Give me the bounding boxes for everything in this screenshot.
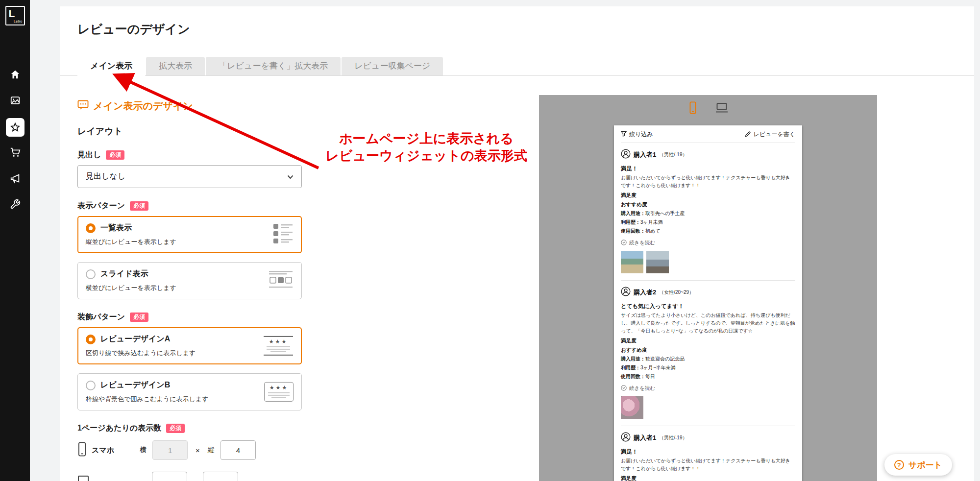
sidebar: L Letro (0, 0, 30, 481)
funnel-icon (621, 131, 627, 138)
read-more-link[interactable]: 続きを読む (621, 240, 795, 246)
attr-line: 購入用途：取引先への手土産 (621, 210, 795, 217)
review-ratings: 満足度おすすめ度 (621, 475, 795, 481)
main-panel: レビューのデザイン メイン表示 拡大表示 「レビューを書く」拡大表示 レビュー収… (60, 6, 974, 481)
sidebar-item-tools[interactable] (0, 192, 30, 218)
review-item: 購入者1 （男性/-19） 満足！ お届けいただいてからずっと使い続けてます！テ… (621, 143, 795, 281)
tab-write-review-enlarged[interactable]: 「レビューを書く」拡大表示 (206, 57, 341, 75)
design-a-icon: ★★★ (264, 336, 293, 356)
desktop-toggle-icon[interactable] (715, 102, 728, 113)
sp-v-label: 縦 (208, 446, 215, 455)
sidebar-item-media[interactable] (0, 88, 30, 114)
review-body: サイズは思ってたより小さいけど、このお値段であれば、持ち運びも便利だし、購入して… (621, 312, 795, 335)
pencil-icon (745, 131, 751, 139)
option-review-design-b[interactable]: レビューデザインB 枠線や背景色で囲みこむように表示します ★★★ (77, 373, 302, 410)
sidebar-nav (0, 62, 30, 218)
filter-button[interactable]: 絞り込み (621, 130, 653, 139)
widget-toolbar: 絞り込み レビューを書く (621, 125, 795, 143)
pc-count-row (77, 472, 303, 481)
tab-main-display[interactable]: メイン表示 (77, 57, 145, 76)
per-page-label: 1ページあたりの表示数 必須 (77, 423, 303, 433)
device-toggle (539, 101, 877, 114)
option-description: 区切り線で挟み込むように表示します (86, 349, 294, 358)
chevron-circle-icon (621, 240, 627, 246)
filter-label: 絞り込み (629, 130, 653, 139)
review-photos (621, 396, 795, 419)
question-circle-icon: ? (894, 460, 904, 470)
star-icon (6, 118, 24, 137)
chevron-circle-icon (621, 385, 627, 392)
wrench-icon (10, 199, 21, 212)
smartphone-toggle-icon[interactable] (688, 101, 698, 114)
heading-select-value: 見出しなし (86, 171, 125, 182)
support-button[interactable]: ? サポート (884, 454, 952, 476)
required-badge: 必須 (166, 424, 185, 433)
option-title: 一覧表示 (100, 223, 132, 233)
avatar-icon (621, 149, 631, 161)
review-title: 満足！ (621, 448, 795, 456)
pc-horizontal-input[interactable] (152, 472, 187, 481)
rating-label: 満足度 (621, 192, 795, 199)
heading-select[interactable]: 見出しなし (77, 165, 302, 188)
sidebar-item-campaign[interactable] (0, 166, 30, 192)
letro-logo[interactable]: L Letro (5, 6, 25, 25)
section-title: メイン表示のデザイン (93, 99, 193, 113)
tab-review-collection-page[interactable]: レビュー収集ページ (342, 57, 443, 75)
reviewer-name: 購入者2 (634, 288, 656, 297)
rating-label: おすすめ度 (621, 347, 795, 354)
sp-vertical-input[interactable] (220, 440, 256, 460)
option-description: 縦並びにレビューを表示します (86, 238, 294, 246)
smartphone-icon (77, 442, 87, 458)
times-symbol: × (196, 446, 200, 455)
sp-horizontal-input[interactable] (152, 440, 188, 460)
sidebar-item-cart[interactable] (0, 140, 30, 166)
review-photos (621, 251, 795, 273)
list-layout-icon (268, 223, 293, 246)
section-heading: メイン表示のデザイン (77, 99, 303, 113)
sidebar-item-reviews[interactable] (0, 114, 30, 140)
write-review-label: レビューを書く (754, 130, 795, 139)
reviewer-meta: （女性/20~29） (659, 289, 694, 296)
layout-heading: レイアウト (77, 125, 303, 137)
screen: L Letro (0, 0, 980, 481)
review-list: 購入者1 （男性/-19） 満足！ お届けいただいてからずっと使い続けてます！テ… (621, 143, 795, 481)
option-title: スライド表示 (100, 269, 148, 279)
avatar-icon (621, 287, 631, 298)
sidebar-item-home[interactable] (0, 62, 30, 88)
required-badge: 必須 (130, 201, 148, 211)
sp-device-label: スマホ (92, 446, 114, 455)
rating-label: 満足度 (621, 475, 795, 481)
review-item: 購入者2 （女性/20~29） とても気に入ってます！ サイズは思ってたより小さ… (621, 281, 795, 426)
attr-line: 利用歴：3ヶ月~半年未満 (621, 364, 795, 371)
radio-selected-icon (86, 335, 96, 344)
required-badge: 必須 (130, 313, 148, 322)
option-review-design-a[interactable]: レビューデザインA 区切り線で挟み込むように表示します ★★★ (77, 327, 302, 364)
read-more-link[interactable]: 続きを読む (621, 385, 795, 392)
review-photo[interactable] (646, 251, 669, 273)
review-photo[interactable] (621, 396, 643, 419)
avatar-icon (621, 432, 631, 444)
chat-bubble-icon (77, 100, 89, 113)
design-form: メイン表示のデザイン レイアウト 見出し 必須 見出しなし 表示パターン 必須 (77, 99, 303, 481)
write-review-button[interactable]: レビューを書く (745, 130, 795, 139)
option-list-display[interactable]: 一覧表示 縦並びにレビューを表示します (77, 216, 302, 253)
desktop-icon (77, 475, 89, 481)
logo-letter: L (9, 8, 15, 20)
tab-enlarged-display[interactable]: 拡大表示 (146, 57, 205, 75)
heading-field-label: 見出し 必須 (77, 150, 303, 160)
radio-unselected-icon (86, 381, 96, 390)
megaphone-icon (10, 173, 21, 186)
review-header: 購入者1 （男性/-19） (621, 149, 795, 161)
display-pattern-label-text: 表示パターン (77, 201, 125, 211)
option-title: レビューデザインA (100, 334, 170, 344)
radio-selected-icon (86, 223, 96, 233)
display-pattern-label: 表示パターン 必須 (77, 201, 303, 211)
preview-panel: 絞り込み レビューを書く 購入者1 （男性/-19） 満足！ お届けいただいてか (539, 95, 877, 481)
chevron-down-icon (287, 172, 294, 181)
option-slide-display[interactable]: スライド表示 横並びにレビューを表示します (77, 262, 302, 299)
image-icon (10, 95, 21, 108)
review-ratings: 満足度おすすめ度 (621, 337, 795, 354)
rating-label: 満足度 (621, 337, 795, 344)
pc-vertical-input[interactable] (203, 472, 238, 481)
review-photo[interactable] (621, 251, 643, 273)
